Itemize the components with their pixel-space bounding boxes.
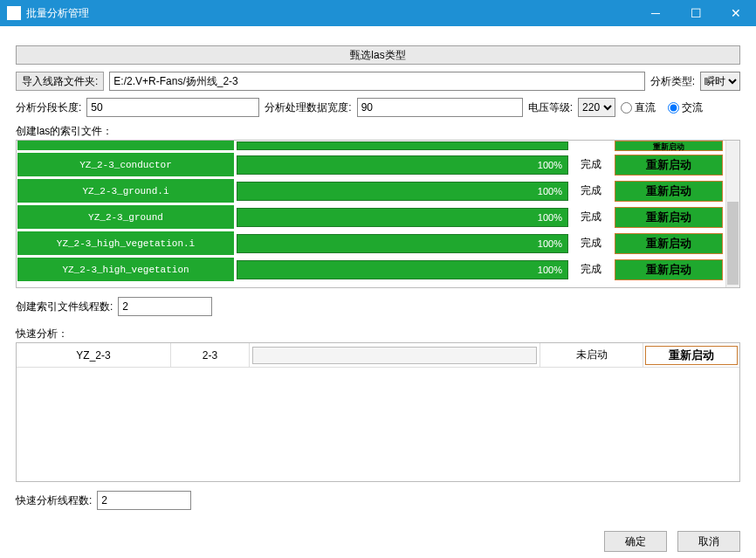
row-status: 完成 (570, 257, 612, 282)
ok-button[interactable]: 确定 (604, 531, 667, 552)
index-file-table: 重新启动 YZ_2-3_conductor100%完成重新启动YZ_2-3_gr… (16, 140, 740, 288)
progress-bar: 100% (237, 155, 568, 175)
ac-radio[interactable] (668, 102, 679, 114)
title-bar: 批量分析管理 ─ ☐ ✕ (0, 0, 756, 26)
restart-button[interactable]: 重新启动 (615, 155, 723, 176)
restart-button[interactable]: 重新启动 (615, 259, 723, 280)
row-status: 完成 (570, 152, 612, 177)
data-width-input[interactable] (357, 98, 523, 117)
row-status: 完成 (570, 178, 612, 203)
row-name: YZ_2-3_high_vegetation.i (17, 231, 235, 256)
voltage-label: 电压等级: (528, 100, 573, 115)
row-name (17, 141, 235, 151)
restart-button[interactable]: 重新启动 (615, 207, 723, 228)
row-status: 完成 (570, 204, 612, 230)
restart-button[interactable]: 重新启动 (645, 346, 738, 365)
dc-radio[interactable] (621, 102, 632, 114)
progress-bar: 100% (237, 260, 568, 279)
analysis-type-select[interactable]: 瞬时 (700, 72, 740, 91)
table-row: YZ_2-3_conductor100%完成重新启动 (17, 152, 725, 178)
index-threads-label: 创建索引文件线程数: (16, 300, 113, 314)
row-name: YZ_2-3_ground.i (17, 178, 235, 203)
progress-bar: 100% (237, 182, 568, 201)
voltage-select[interactable]: 220 (578, 98, 615, 117)
table-row: YZ_2-3_high_vegetation.i100%完成重新启动 (17, 231, 725, 257)
maximize-button[interactable]: ☐ (676, 0, 716, 26)
progress-bar (252, 347, 537, 364)
app-icon (7, 6, 21, 20)
restart-button[interactable]: 重新启动 (615, 181, 723, 202)
index-section-label: 创建las的索引文件： (16, 124, 740, 139)
row-name: YZ_2-3_high_vegetation (17, 257, 235, 282)
fast-threads-input[interactable] (97, 491, 191, 510)
progress-pct: 100% (538, 265, 562, 275)
scrollbar-thumb[interactable] (727, 202, 739, 285)
window-title: 批量分析管理 (26, 6, 636, 21)
row-status (570, 141, 612, 151)
progress-pct: 100% (538, 186, 562, 196)
table-row: 重新启动 (17, 141, 725, 152)
dc-radio-label[interactable]: 直流 (621, 100, 656, 115)
seg-len-input[interactable] (86, 98, 259, 117)
table-row: YZ_2-32-3未启动重新启动 (17, 343, 739, 368)
ac-radio-label[interactable]: 交流 (668, 100, 703, 115)
progress-pct: 100% (538, 238, 562, 249)
table-row: YZ_2-3_ground100%完成重新启动 (17, 204, 725, 231)
table-row: YZ_2-3_high_vegetation100%完成重新启动 (17, 257, 725, 283)
select-las-type-button[interactable]: 甄选las类型 (16, 45, 740, 65)
row-name: YZ_2-3_ground (17, 204, 235, 230)
progress-pct: 100% (538, 160, 562, 170)
close-button[interactable]: ✕ (716, 0, 756, 26)
seg-len-label: 分析分段长度: (16, 100, 81, 115)
fast-threads-label: 快速分析线程数: (16, 493, 92, 508)
fast-section-label: 快速分析： (16, 327, 740, 341)
fast-analysis-table: YZ_2-32-3未启动重新启动 (16, 342, 740, 482)
fast-status: 未启动 (540, 343, 643, 367)
table-row: YZ_2-3_ground.i100%完成重新启动 (17, 178, 725, 204)
restart-button[interactable]: 重新启动 (615, 141, 723, 151)
fast-c1: YZ_2-3 (17, 343, 171, 367)
analysis-type-label: 分析类型: (650, 74, 695, 89)
restart-button[interactable]: 重新启动 (615, 233, 723, 254)
cancel-button[interactable]: 取消 (677, 531, 740, 552)
minimize-button[interactable]: ─ (636, 0, 676, 26)
row-name: YZ_2-3_conductor (17, 152, 235, 177)
progress-pct: 100% (538, 212, 562, 223)
index-threads-input[interactable] (118, 297, 212, 316)
scrollbar[interactable] (725, 141, 739, 287)
progress-bar: 100% (237, 208, 568, 227)
data-width-label: 分析处理数据宽度: (265, 100, 351, 115)
row-status: 完成 (570, 231, 612, 256)
import-folder-button[interactable]: 导入线路文件夹: (16, 72, 104, 91)
fast-c2: 2-3 (171, 343, 250, 367)
import-path-input[interactable] (109, 72, 644, 91)
progress-bar: 100% (237, 234, 568, 253)
